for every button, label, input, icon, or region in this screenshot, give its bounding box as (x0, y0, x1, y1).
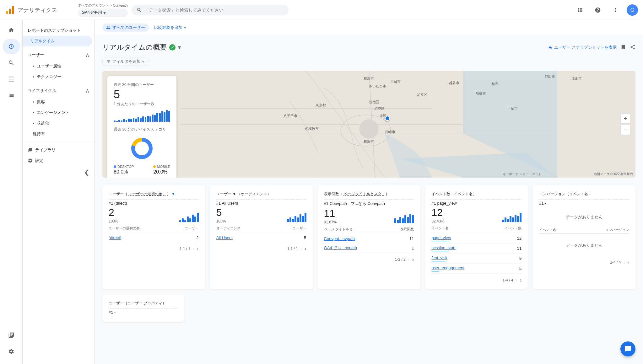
nav-configure[interactable] (3, 88, 20, 103)
sidebar-collapse-btn[interactable]: ❮ (84, 169, 89, 176)
nav-explore[interactable] (3, 55, 20, 70)
search-icon (137, 7, 142, 13)
sidebar-item-snapshot[interactable]: レポートのスナップショット (23, 25, 95, 36)
spark-bar (187, 217, 189, 222)
card3-row-2[interactable]: GA4 で U...nvpath 1 (324, 243, 414, 253)
card1-expand[interactable]: ▼ (171, 192, 175, 196)
sidebar-item-monetization[interactable]: 収益化 (23, 118, 92, 129)
card4-cell-label-3[interactable]: first_visit (431, 255, 447, 260)
sidebar-item-retention[interactable]: 維持率 (23, 129, 92, 139)
sidebar-section-lifecycle[interactable]: ライフサイクル ∧ (23, 85, 95, 97)
lifecycle-section-collapse: ∧ (85, 87, 89, 94)
nav-home[interactable] (3, 23, 20, 38)
nav-settings[interactable] (3, 344, 20, 359)
sidebar-item-technology[interactable]: テクノロジー (23, 72, 92, 82)
export-button[interactable] (630, 44, 635, 51)
sidebar-library[interactable]: ライブラリ (23, 145, 95, 155)
spark-bar (502, 220, 504, 222)
spark-bar (505, 217, 506, 222)
card1-cell-label[interactable]: (direct) (109, 235, 121, 240)
sidebar-section-user[interactable]: ユーザー ∧ (23, 49, 95, 61)
card4-row-1[interactable]: page_view 12 (431, 233, 521, 244)
card2-row-allusers[interactable]: All Users 5 (216, 233, 306, 242)
title-dropdown-icon[interactable]: ▾ (178, 44, 181, 51)
sidebar-item-acquisition[interactable]: 集客 (23, 97, 92, 107)
chevron-icon (33, 122, 34, 125)
spark-bar (142, 116, 144, 122)
card1-value: 2 (109, 207, 118, 218)
card4-prev[interactable]: ‹ (516, 277, 517, 283)
snapshot-button[interactable]: ユーザー スナップショットを表示 (548, 45, 617, 50)
card4-row-2[interactable]: session_start 11 (431, 244, 521, 254)
card2-cell-value: 5 (304, 235, 306, 240)
sidebar-item-engagement[interactable]: エンゲージメント (23, 107, 92, 118)
card4-cell-label-2[interactable]: session_start (431, 245, 456, 250)
spark-bar (118, 120, 120, 122)
add-filter-button[interactable]: フィルタを追加 + (102, 57, 149, 66)
page-header-bar: すべてのユーザー 比較対象を追加 + (95, 20, 643, 35)
search-input[interactable] (144, 8, 284, 13)
chat-button[interactable] (620, 341, 635, 356)
card1-next[interactable]: › (197, 246, 198, 252)
device-donut-chart (114, 136, 170, 161)
share-view-button[interactable] (620, 44, 626, 51)
spark-bar (114, 120, 116, 122)
sidebar-settings[interactable]: 設定 (23, 155, 95, 166)
card5-no-data-2: データがありません (539, 235, 629, 256)
card2-title-link[interactable]: ユーザー ▼ (216, 192, 236, 196)
card3-row-1[interactable]: Convpat...nvpath 11 (324, 234, 414, 243)
card2-prev[interactable]: ‹ (300, 246, 302, 252)
card3-prev[interactable]: ‹ (408, 257, 410, 262)
search-bar[interactable] (132, 5, 289, 15)
card4-rank: #1 page_view (431, 201, 521, 206)
card1-subtitle-link[interactable]: ユーザーの最初の参... (128, 192, 165, 196)
spark-bar (189, 218, 191, 222)
card4-row-3[interactable]: first_visit 9 (431, 254, 521, 264)
card4-row-4[interactable]: user_engagement 5 (431, 264, 521, 274)
card4-cell-label-4[interactable]: user_engagement (431, 265, 464, 270)
spark-bar (138, 117, 139, 122)
card2-cell-label[interactable]: All Users (216, 235, 233, 240)
chevron-icon (33, 76, 34, 78)
card4-title: イベント数（イベント名） (431, 191, 521, 200)
card2-next[interactable]: › (305, 246, 306, 252)
user-avatar[interactable]: G (627, 4, 638, 16)
spark-bar (116, 121, 118, 122)
card5-no-data: データがありません (539, 207, 629, 228)
nav-realtime[interactable] (3, 39, 20, 54)
card3-cell-label-2[interactable]: GA4 で U...nvpath (324, 245, 357, 251)
card5-prev[interactable]: ‹ (623, 260, 625, 265)
nav-library[interactable] (3, 328, 20, 343)
card6-title: ユーザー（ユーザー プロパティ） (109, 301, 178, 309)
map-zoom-in[interactable]: + (620, 114, 630, 124)
all-users-chip[interactable]: すべてのユーザー (102, 24, 149, 32)
account-selector[interactable]: GA4デモ用 ▾ (78, 8, 128, 17)
sidebar-item-realtime[interactable]: リアルタイム (23, 36, 92, 46)
card4-next[interactable]: › (520, 277, 521, 283)
card-user-channel: ユーザー（ ユーザーの最初の参... ） ▼ #1 (direct) 2 100… (102, 185, 205, 289)
map-zoom-out[interactable]: − (620, 125, 630, 135)
realtime-status-indicator (169, 44, 176, 51)
spark-bar (130, 119, 132, 122)
help-button[interactable] (592, 4, 604, 16)
card4-cell-label-1[interactable]: page_view (431, 235, 451, 240)
app-title: アナリティクス (18, 6, 57, 14)
left-nav (0, 20, 23, 364)
card1-row-direct[interactable]: (direct) 2 (109, 233, 199, 242)
library-icon (28, 147, 33, 153)
card3-cell-label-1[interactable]: Convpat...nvpath (324, 236, 355, 241)
card5-next[interactable]: › (628, 260, 629, 265)
chat-icon (624, 345, 632, 353)
card3-next[interactable]: › (412, 257, 414, 262)
map-svg (102, 71, 635, 178)
more-button[interactable] (609, 4, 622, 16)
nav-advertising[interactable] (3, 72, 20, 87)
apps-button[interactable] (574, 4, 586, 16)
sidebar-item-user-attributes[interactable]: ユーザー属性 (23, 61, 92, 72)
card1-prev[interactable]: ‹ (193, 246, 194, 252)
card3-subtitle-link[interactable]: ページタイトルとスク... (344, 192, 385, 196)
card2-pagination: 1-1 / 1 ‹ › (216, 246, 306, 252)
spark-bar (164, 112, 165, 122)
spark-bar (512, 217, 514, 222)
add-compare-button[interactable]: 比較対象を追加 + (151, 24, 189, 32)
